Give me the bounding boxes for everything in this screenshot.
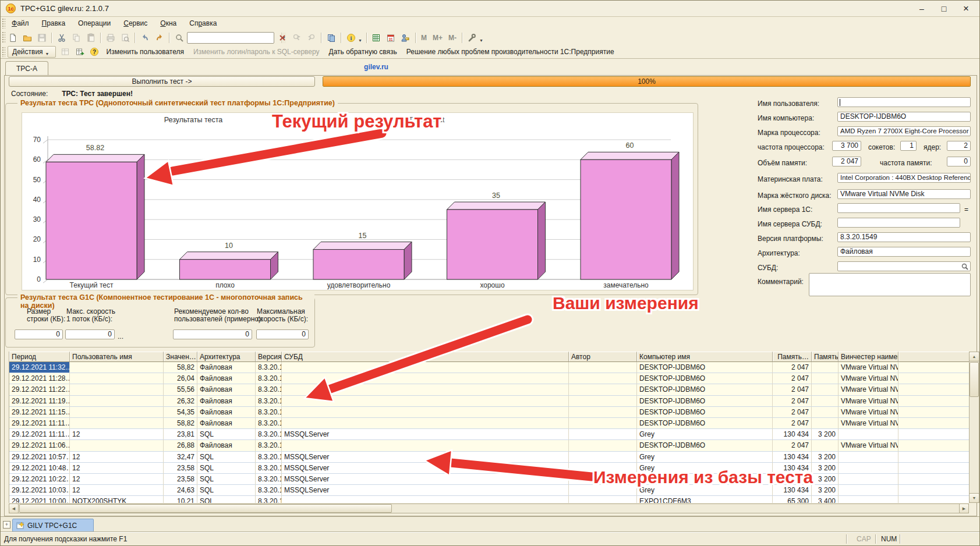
table-cell[interactable]	[812, 407, 839, 418]
table-cell[interactable]: 3 400	[812, 496, 839, 503]
find-next-icon[interactable]	[290, 31, 303, 44]
table-cell[interactable]	[282, 373, 569, 384]
table-cell[interactable]: 8.3.20.1…	[256, 485, 282, 496]
table-cell[interactable]	[70, 396, 164, 407]
table-cell[interactable]: 12	[70, 429, 164, 440]
memory-button-Mplus[interactable]: M+	[430, 34, 445, 42]
mdi-tab-gilv[interactable]: GILV TPC+G1C	[12, 519, 94, 532]
table-cell[interactable]: VMware Virtual NVMe	[839, 362, 898, 373]
table-cell[interactable]	[70, 373, 164, 384]
column-header[interactable]: Период	[9, 352, 70, 362]
table-cell[interactable]: 23,81	[164, 429, 197, 440]
computer-name-field[interactable]: DESKTOP-IJDBM6O	[837, 112, 971, 122]
table-cell[interactable]: 2 047	[773, 407, 812, 418]
table-cell[interactable]: DESKTOP-IJDBM6O	[637, 362, 773, 373]
table-cell[interactable]	[569, 452, 637, 463]
measurements-table[interactable]: ПериодПользователь имяЗначен…Архитектура…	[9, 352, 969, 503]
table-cell[interactable]	[898, 440, 969, 451]
table-cell[interactable]: 29.12.2021 10:22…	[9, 474, 70, 485]
table-cell[interactable]	[812, 418, 839, 429]
table-cell[interactable]: SQL	[197, 452, 256, 463]
table-cell[interactable]: Файловая	[197, 373, 256, 384]
table-cell[interactable]: VMware Virtual NVMe	[839, 440, 898, 451]
table-row[interactable]: 29.12.2021 11:22…55,56Файловая8.3.20.1…D…	[9, 384, 969, 395]
table-cell[interactable]: 29.12.2021 10:57…	[9, 452, 70, 463]
table-cell[interactable]	[898, 407, 969, 418]
table-cell[interactable]	[70, 362, 164, 373]
table-row[interactable]: 29.12.2021 11:32…58,82Файловая8.3.20.1…D…	[9, 362, 969, 373]
table-cell[interactable]	[898, 362, 969, 373]
print-icon[interactable]	[104, 31, 117, 44]
table-cell[interactable]: 8.3.20.1…	[256, 474, 282, 485]
table-cell[interactable]: 2 047	[773, 440, 812, 451]
table-cell[interactable]	[282, 362, 569, 373]
copy-icon[interactable]	[69, 31, 83, 44]
table-row[interactable]: 29.12.2021 10:22…1223,58SQL8.3.20.1…MSSQ…	[9, 474, 969, 485]
column-header[interactable]: Значен…	[164, 352, 197, 362]
table-cell[interactable]: DESKTOP-IJDBM6O	[637, 407, 773, 418]
table-cell[interactable]	[839, 474, 898, 485]
table-cell[interactable]: 26,32	[164, 396, 197, 407]
save-table-settings-button[interactable]	[59, 45, 72, 58]
table-cell[interactable]: NOTX200SHTYK	[70, 496, 164, 503]
table-cell[interactable]: 29.12.2021 11:15…	[9, 407, 70, 418]
table-cell[interactable]	[569, 384, 637, 395]
table-cell[interactable]: Grey	[637, 452, 773, 463]
table-cell[interactable]	[898, 452, 969, 463]
action-link-change-user[interactable]: Изменить пользователя	[102, 48, 189, 56]
scrollbar-thumb[interactable]	[970, 362, 979, 397]
toolbar-grip[interactable]	[2, 47, 5, 57]
calculator-icon[interactable]	[370, 31, 383, 44]
table-cell[interactable]: MSSQLServer	[282, 474, 569, 485]
table-cell[interactable]: 3 200	[812, 485, 839, 496]
table-cell[interactable]	[282, 396, 569, 407]
disk-field[interactable]: VMware Virtual NVMe Disk	[837, 189, 971, 199]
table-cell[interactable]: 8.3.20.1…	[256, 396, 282, 407]
table-cell[interactable]: Файловая	[197, 362, 256, 373]
actions-menu-button[interactable]: Действия▼	[8, 46, 56, 58]
table-cell[interactable]	[282, 418, 569, 429]
table-row[interactable]: 29.12.2021 11:11…1223,81SQL8.3.20.1…MSSQ…	[9, 429, 969, 440]
table-cell[interactable]: 130 434	[773, 452, 812, 463]
find-icon[interactable]	[172, 31, 186, 44]
undo-icon[interactable]	[138, 31, 151, 44]
table-cell[interactable]	[282, 384, 569, 395]
table-cell[interactable]: 8.3.20.1…	[256, 440, 282, 451]
table-cell[interactable]: SQL	[197, 474, 256, 485]
table-cell[interactable]: Grey	[637, 429, 773, 440]
table-cell[interactable]: MSSQLServer	[282, 429, 569, 440]
table-cell[interactable]	[839, 485, 898, 496]
table-cell[interactable]	[898, 429, 969, 440]
table-cell[interactable]	[569, 407, 637, 418]
table-cell[interactable]	[839, 496, 898, 503]
server-1c-field[interactable]	[837, 203, 960, 213]
table-cell[interactable]	[839, 429, 898, 440]
table-cell[interactable]: 54,35	[164, 407, 197, 418]
table-cell[interactable]: 24,63	[164, 485, 197, 496]
table-cell[interactable]	[898, 463, 969, 474]
scroll-down-icon[interactable]: ▼	[969, 493, 979, 503]
table-cell[interactable]: 29.12.2021 10:00…	[9, 496, 70, 503]
table-cell[interactable]	[282, 440, 569, 451]
cpu-model-field[interactable]: AMD Ryzen 7 2700X Eight-Core Processor	[837, 126, 971, 136]
table-row[interactable]: 29.12.2021 10:57…1232,47SQL8.3.20.1…MSSQ…	[9, 452, 969, 463]
search-icon[interactable]	[961, 263, 969, 271]
table-cell[interactable]: 65 300	[773, 496, 812, 503]
column-header[interactable]	[898, 352, 969, 362]
column-header[interactable]: Пользователь имя	[70, 352, 164, 362]
user-name-field[interactable]	[837, 97, 971, 107]
close-button[interactable]: ×	[956, 2, 976, 15]
table-cell[interactable]	[839, 463, 898, 474]
table-cell[interactable]: DESKTOP-IJDBM6O	[637, 440, 773, 451]
table-cell[interactable]	[898, 396, 969, 407]
table-cell[interactable]	[569, 440, 637, 451]
table-cell[interactable]: 8.3.20.1…	[256, 384, 282, 395]
table-cell[interactable]: 8.3.20.1…	[256, 373, 282, 384]
table-cell[interactable]	[569, 496, 637, 503]
find-previous-icon[interactable]	[305, 31, 318, 44]
table-cell[interactable]: SQL	[197, 429, 256, 440]
table-cell[interactable]: DESKTOP-IJDBM6O	[637, 384, 773, 395]
chevron-down-icon[interactable]: ▼	[358, 38, 364, 42]
table-cell[interactable]: 8.3.20.1…	[256, 362, 282, 373]
table-cell[interactable]: VMware Virtual NVMe	[839, 373, 898, 384]
